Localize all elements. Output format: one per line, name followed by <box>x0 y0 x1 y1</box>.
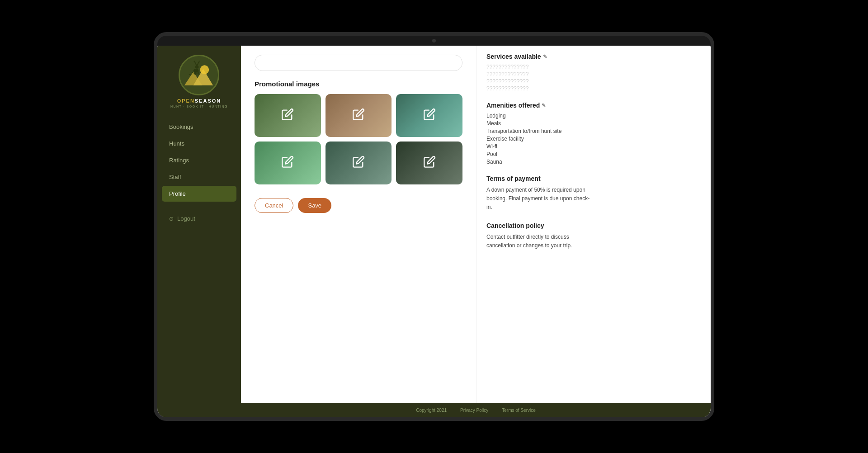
tablet-camera <box>432 39 436 42</box>
services-title: Services available ✎ <box>486 53 593 60</box>
edit-icon-2 <box>352 108 365 123</box>
svg-rect-15 <box>198 71 199 75</box>
svg-rect-14 <box>197 71 198 75</box>
image-card-3[interactable] <box>396 94 462 137</box>
nav-menu: Bookings Hunts Ratings Staff Profile ⊙ L… <box>157 119 241 227</box>
svg-point-3 <box>200 65 209 74</box>
image-card-4[interactable] <box>255 142 321 184</box>
amenity-item-1: Meals <box>486 120 593 127</box>
image-card-2[interactable] <box>326 94 392 137</box>
staff-label: Staff <box>169 174 181 180</box>
logo-area: OPENSEASON HUNT · BOOK IT · HUNTING <box>170 55 228 108</box>
image-card-6[interactable] <box>396 142 462 184</box>
save-button[interactable]: Save <box>298 198 331 213</box>
amenity-item-6: Sauna <box>486 159 593 165</box>
amenity-item-0: Lodging <box>486 113 593 119</box>
services-item-1: ?????????????? <box>486 64 593 70</box>
content-area: Promotional images <box>241 46 476 403</box>
edit-icon-5 <box>352 156 365 171</box>
edit-icon-3 <box>423 108 436 123</box>
amenities-edit-icon[interactable]: ✎ <box>542 103 546 109</box>
footer: Copyright 2021 Privacy Policy Terms of S… <box>241 403 711 417</box>
footer-copyright: Copyright 2021 <box>416 408 447 413</box>
svg-rect-13 <box>195 71 196 75</box>
image-card-1[interactable] <box>255 94 321 137</box>
tablet-screen: OPENSEASON HUNT · BOOK IT · HUNTING Book… <box>157 46 711 417</box>
services-section: Services available ✎ ?????????????? ????… <box>486 53 593 92</box>
sidebar-item-logout[interactable]: ⊙ Logout <box>162 211 236 226</box>
sidebar-item-bookings[interactable]: Bookings <box>162 119 236 135</box>
edit-icon-4 <box>281 156 294 171</box>
edit-icon-1 <box>281 108 294 123</box>
amenity-item-2: Transportation to/from hunt site <box>486 128 593 134</box>
payment-section: Terms of payment A down payment of 50% i… <box>486 175 593 212</box>
payment-text: A down payment of 50% is required upon b… <box>486 186 593 212</box>
services-item-3: ?????????????? <box>486 78 593 85</box>
ratings-label: Ratings <box>169 157 189 164</box>
amenity-item-5: Pool <box>486 151 593 157</box>
cancellation-text: Contact outfitter directly to discuss ca… <box>486 233 593 250</box>
right-panel: Services available ✎ ?????????????? ????… <box>476 46 603 403</box>
tablet-top-bar <box>157 36 711 46</box>
sidebar-item-staff[interactable]: Staff <box>162 169 236 185</box>
services-item-4: ?????????????? <box>486 85 593 92</box>
tablet-frame: OPENSEASON HUNT · BOOK IT · HUNTING Book… <box>154 32 714 421</box>
logout-icon: ⊙ <box>169 216 174 222</box>
brand-name: OPENSEASON <box>177 98 222 104</box>
hunts-label: Hunts <box>169 140 184 147</box>
logout-label: Logout <box>177 215 195 222</box>
logo-svg <box>180 56 218 94</box>
amenities-section: Amenities offered ✎ Lodging Meals Transp… <box>486 102 593 165</box>
bookings-label: Bookings <box>169 123 193 130</box>
sidebar-item-profile[interactable]: Profile <box>162 186 236 202</box>
profile-label: Profile <box>169 190 186 197</box>
edit-icon-6 <box>423 156 436 171</box>
buttons-row: Cancel Save <box>255 198 462 213</box>
footer-privacy[interactable]: Privacy Policy <box>460 408 488 413</box>
amenity-item-4: Wi-fi <box>486 143 593 150</box>
svg-point-10 <box>195 65 199 68</box>
brand-subtitle: HUNT · BOOK IT · HUNTING <box>170 105 228 108</box>
promo-images-title: Promotional images <box>255 80 462 88</box>
image-card-5[interactable] <box>326 142 392 184</box>
services-edit-icon[interactable]: ✎ <box>543 54 547 60</box>
svg-line-7 <box>195 61 195 62</box>
payment-title: Terms of payment <box>486 175 593 182</box>
cancel-button[interactable]: Cancel <box>255 198 293 213</box>
cancellation-section: Cancellation policy Contact outfitter di… <box>486 222 593 250</box>
search-input[interactable] <box>255 55 462 71</box>
sidebar-item-ratings[interactable]: Ratings <box>162 152 236 168</box>
svg-rect-12 <box>194 71 195 75</box>
images-grid <box>255 94 462 184</box>
services-item-2: ?????????????? <box>486 71 593 77</box>
amenities-title: Amenities offered ✎ <box>486 102 593 109</box>
main-content: Promotional images <box>241 46 711 417</box>
cancellation-title: Cancellation policy <box>486 222 593 229</box>
amenity-item-3: Exercise facility <box>486 136 593 142</box>
footer-terms[interactable]: Terms of Service <box>502 408 535 413</box>
logo-circle <box>179 55 219 95</box>
sidebar: OPENSEASON HUNT · BOOK IT · HUNTING Book… <box>157 46 241 417</box>
sidebar-item-hunts[interactable]: Hunts <box>162 136 236 151</box>
